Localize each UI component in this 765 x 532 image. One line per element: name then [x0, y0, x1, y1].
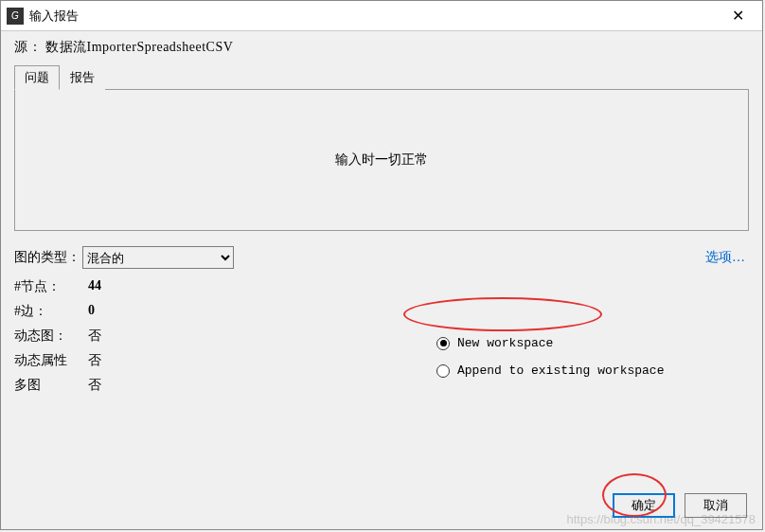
stat-multi-graph-value: 否 [88, 377, 101, 394]
options-link[interactable]: 选项… [705, 249, 745, 266]
radio-new-workspace-label: New workspace [457, 336, 553, 350]
radio-append-workspace-label: Append to existing workspace [457, 364, 664, 378]
tab-issues[interactable]: 问题 [14, 65, 60, 90]
source-value: 数据流ImporterSpreadsheetCSV [45, 40, 233, 54]
tab-report[interactable]: 报告 [60, 65, 105, 90]
radio-button-icon [436, 364, 450, 378]
tabs: 问题 报告 [14, 65, 749, 90]
app-icon: G [7, 8, 24, 25]
graph-type-row: 图的类型： 混合的 选项… [14, 246, 749, 269]
radio-new-workspace[interactable]: New workspace [436, 336, 664, 350]
stat-multi-graph-label: 多图 [14, 377, 88, 394]
titlebar: G 输入报告 ✕ [1, 1, 762, 31]
workspace-radio-group: New workspace Append to existing workspa… [436, 336, 664, 391]
stat-dynamic-graph-label: 动态图： [14, 328, 88, 345]
stat-nodes: #节点： 44 [14, 278, 749, 295]
stat-edges-label: #边： [14, 303, 88, 320]
dialog-window: G 输入报告 ✕ 源： 数据流ImporterSpreadsheetCSV 问题… [0, 0, 763, 530]
graph-type-select[interactable]: 混合的 [82, 246, 234, 269]
stat-nodes-value: 44 [88, 278, 101, 295]
window-title: 输入报告 [29, 8, 719, 25]
cancel-button[interactable]: 取消 [685, 493, 747, 518]
stat-dynamic-attr-label: 动态属性 [14, 352, 88, 369]
stat-edges: #边： 0 [14, 303, 749, 320]
graph-type-label: 图的类型： [14, 249, 82, 266]
stat-dynamic-graph-value: 否 [88, 328, 101, 345]
tab-panel: 输入时一切正常 [14, 89, 749, 231]
source-label: 源： [14, 40, 42, 54]
source-line: 源： 数据流ImporterSpreadsheetCSV [14, 39, 749, 56]
panel-message: 输入时一切正常 [335, 151, 428, 168]
stat-edges-value: 0 [88, 303, 95, 320]
stat-nodes-label: #节点： [14, 278, 88, 295]
dialog-buttons: 确定 取消 [613, 493, 747, 518]
stat-dynamic-attr-value: 否 [88, 352, 101, 369]
close-button[interactable]: ✕ [719, 2, 756, 30]
radio-button-icon [436, 337, 450, 350]
radio-append-workspace[interactable]: Append to existing workspace [436, 364, 664, 378]
ok-button[interactable]: 确定 [613, 493, 675, 518]
dialog-content: 源： 数据流ImporterSpreadsheetCSV 问题 报告 输入时一切… [1, 31, 762, 529]
